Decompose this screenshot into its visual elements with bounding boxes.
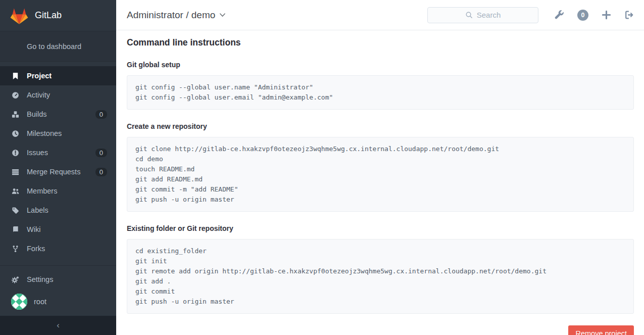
sidebar-item-milestones[interactable]: Milestones <box>0 124 116 143</box>
sidebar-item-issues[interactable]: Issues 0 <box>0 143 116 162</box>
gitlab-logo-icon <box>10 7 29 25</box>
sidebar-user[interactable]: root <box>0 289 116 314</box>
sidebar-item-forks[interactable]: Forks <box>0 239 116 258</box>
avatar <box>11 294 27 310</box>
plus-icon[interactable] <box>602 10 611 20</box>
header-icons: 0 <box>555 10 634 21</box>
sidebar-item-label: Activity <box>27 91 50 99</box>
sidebar-item-members[interactable]: Members <box>0 181 116 201</box>
top-bar: Administrator / demo Search 0 <box>116 0 644 30</box>
chevron-left-icon: ‹ <box>57 320 60 330</box>
sidebar-item-label: Forks <box>27 245 45 253</box>
sidebar-item-wiki[interactable]: Wiki <box>0 220 116 239</box>
merge-requests-icon <box>11 168 20 176</box>
search-placeholder: Search <box>477 11 501 19</box>
sidebar-item-builds[interactable]: Builds 0 <box>0 105 116 124</box>
breadcrumb-label: Administrator / demo <box>127 10 215 21</box>
sidebar-item-settings[interactable]: Settings <box>0 270 116 289</box>
sidebar-item-label: Project <box>27 72 52 80</box>
code-block-existing-folder[interactable]: cd existing_folder git init git remote a… <box>127 239 634 314</box>
sidebar-item-label: Milestones <box>27 129 62 137</box>
code-block-git-global-setup[interactable]: git config --global user.name "Administr… <box>127 75 634 110</box>
code-line: cd existing_folder <box>135 246 625 256</box>
tag-icon <box>11 207 20 214</box>
section-title-existing-folder: Existing folder or Git repository <box>127 224 634 232</box>
sign-out-icon[interactable] <box>624 10 634 20</box>
count-badge: 0 <box>95 168 107 176</box>
code-line: cd demo <box>135 154 625 164</box>
brand-name: GitLab <box>35 10 62 21</box>
count-badge: 0 <box>95 149 107 157</box>
users-icon <box>11 187 20 195</box>
search-input[interactable]: Search <box>427 7 538 23</box>
code-line: git clone http://gitlab-ce.hxakzvpf0otez… <box>135 144 625 154</box>
sidebar-item-label: Wiki <box>27 225 40 233</box>
code-line: git push -u origin master <box>135 297 625 307</box>
code-line: git push -u origin master <box>135 195 625 205</box>
username-label: root <box>34 298 46 306</box>
gears-icon <box>11 276 20 283</box>
brand-header[interactable]: GitLab <box>0 0 116 31</box>
wrench-icon[interactable] <box>555 10 564 20</box>
code-line: git remote add origin http://gitlab-ce.h… <box>135 266 625 276</box>
page-actions: Remove project <box>127 314 634 335</box>
fork-icon <box>11 245 20 253</box>
sidebar-collapse-toggle[interactable]: ‹ <box>0 316 116 335</box>
go-to-dashboard-link[interactable]: Go to dashboard <box>0 31 116 62</box>
todos-count: 0 <box>581 12 585 19</box>
section-title-create-new-repository: Create a new repository <box>127 122 634 130</box>
cubes-icon <box>11 111 20 118</box>
book-icon <box>11 226 20 233</box>
code-line: git config --global user.email "admin@ex… <box>135 92 625 103</box>
chevron-down-icon <box>220 13 225 17</box>
code-line: git init <box>135 256 625 266</box>
code-line: git add . <box>135 276 625 286</box>
divider <box>0 265 116 266</box>
sidebar-item-activity[interactable]: Activity <box>0 85 116 105</box>
code-line: git commit -m "add README" <box>135 184 625 195</box>
sidebar-item-label: Members <box>27 187 57 195</box>
dashboard-icon <box>11 91 20 99</box>
count-badge: 0 <box>95 110 107 119</box>
code-line: git add README.md <box>135 174 625 184</box>
main-area: Administrator / demo Search 0 Command li… <box>116 0 644 335</box>
clock-icon <box>11 130 20 137</box>
sidebar-item-project[interactable]: Project <box>0 66 116 85</box>
code-line: touch README.md <box>135 164 625 174</box>
code-line: git commit <box>135 286 625 297</box>
exclamation-circle-icon <box>11 149 20 157</box>
section-title-git-global-setup: Git global setup <box>127 61 634 69</box>
sidebar-item-label: Issues <box>27 149 48 157</box>
breadcrumb[interactable]: Administrator / demo <box>127 10 225 21</box>
page-title: Command line instructions <box>127 37 634 48</box>
sidebar-nav: Project Activity Builds 0 Milestones I <box>0 62 116 258</box>
search-icon <box>465 11 473 19</box>
sidebar-item-label: Builds <box>27 110 47 118</box>
sidebar-item-merge-requests[interactable]: Merge Requests 0 <box>0 162 116 181</box>
go-to-dashboard-label: Go to dashboard <box>27 42 81 51</box>
sidebar-item-labels[interactable]: Labels <box>0 201 116 220</box>
remove-project-button[interactable]: Remove project <box>568 325 634 335</box>
code-block-create-new-repository[interactable]: git clone http://gitlab-ce.hxakzvpf0otez… <box>127 137 634 212</box>
sidebar-item-label: Merge Requests <box>27 168 80 176</box>
page-content: Command line instructions Git global set… <box>116 30 644 335</box>
sidebar: GitLab Go to dashboard Project Activity … <box>0 0 116 335</box>
todos-count-badge[interactable]: 0 <box>577 10 588 21</box>
sidebar-item-label: Labels <box>27 206 48 214</box>
code-line: git config --global user.name "Administr… <box>135 82 625 92</box>
bookmark-icon <box>11 72 20 80</box>
sidebar-item-label: Settings <box>27 275 53 283</box>
